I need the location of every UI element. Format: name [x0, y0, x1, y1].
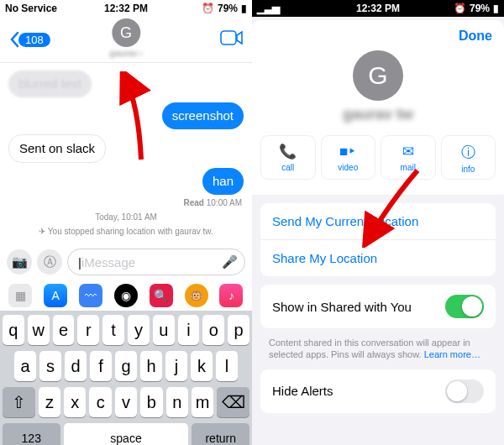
mic-icon[interactable]: 🎤 [222, 254, 238, 270]
key-p[interactable]: p [228, 315, 249, 345]
key-i[interactable]: i [178, 315, 200, 345]
alerts-section: Hide Alerts [260, 369, 496, 413]
key-z[interactable]: z [39, 387, 60, 417]
key-q[interactable]: q [3, 315, 24, 345]
key-f[interactable]: f [90, 351, 112, 381]
key-y[interactable]: y [128, 315, 150, 345]
key-u[interactable]: u [153, 315, 175, 345]
message-input[interactable]: |iMessage 🎤 [67, 249, 245, 275]
hide-alerts-label: Hide Alerts [272, 384, 333, 398]
app-circle[interactable]: ◉ [114, 284, 138, 307]
battery-pct: 79% [470, 3, 490, 14]
call-button[interactable]: 📞call [260, 135, 316, 180]
phone-icon: 📞 [279, 143, 297, 160]
message-out[interactable]: screenshot [162, 102, 244, 129]
facetime-button[interactable] [220, 30, 244, 49]
battery-icon: ▮ [493, 3, 499, 14]
key-c[interactable]: c [89, 387, 111, 417]
battery-icon: ▮ [241, 3, 247, 14]
key-n[interactable]: n [166, 387, 188, 417]
location-section: Send My Current Location Share My Locati… [260, 203, 496, 276]
nav-bar: 108 G gaurav› [0, 17, 252, 63]
message-in[interactable]: Sent on slack [8, 134, 106, 163]
shared-hint: Content shared in this conversation will… [252, 337, 504, 369]
svg-rect-0 [221, 31, 236, 44]
detail-sheet: Done G gaurav tw 📞call ■‣video ✉mail ⓘin… [252, 20, 504, 445]
mail-button[interactable]: ✉mail [381, 135, 436, 180]
video-button[interactable]: ■‣video [321, 135, 376, 180]
camera-button[interactable]: 📷 [7, 249, 32, 275]
message-in[interactable]: blurred text [8, 71, 92, 97]
system-message: ✈ You stopped sharing location with gaur… [8, 227, 244, 236]
status-bar: No Service 12:32 PM ⏰ 79% ▮ [0, 0, 252, 17]
space-key[interactable]: space [64, 423, 189, 445]
app-strip: ▦ A 〰 ◉ 🔍 🐵 ♪ [0, 280, 252, 311]
status-bar: ▁▃▅ 12:32 PM ⏰ 79% ▮ [252, 0, 504, 17]
numbers-key[interactable]: 123 [3, 423, 60, 445]
app-store[interactable]: A [44, 284, 67, 307]
signal-icon: ▁▃▅ [257, 3, 280, 14]
video-icon: ■‣ [339, 143, 356, 160]
chevron-right-icon: › [139, 48, 143, 58]
shared-section: Show in Shared with You [260, 285, 496, 328]
input-bar: 📷 Ⓐ |iMessage 🎤 [0, 243, 252, 280]
video-icon [220, 30, 244, 45]
key-h[interactable]: h [140, 351, 162, 381]
app-photos[interactable]: ▦ [8, 284, 32, 307]
app-music[interactable]: ♪ [219, 284, 243, 307]
key-r[interactable]: r [77, 315, 99, 345]
key-e[interactable]: e [53, 315, 75, 345]
action-buttons: 📞call ■‣video ✉mail ⓘinfo [252, 123, 504, 188]
message-out[interactable]: han [202, 168, 244, 195]
key-x[interactable]: x [64, 387, 86, 417]
learn-more-link[interactable]: Learn more… [424, 349, 480, 359]
key-o[interactable]: o [202, 315, 224, 345]
key-v[interactable]: v [115, 387, 137, 417]
system-time: Today, 10:01 AM [8, 212, 244, 222]
key-g[interactable]: g [115, 351, 137, 381]
shared-label: Show in Shared with You [272, 300, 412, 314]
key-m[interactable]: m [192, 387, 213, 417]
camera-icon: 📷 [12, 254, 28, 270]
contact-name: gaurav tw [252, 106, 504, 123]
key-k[interactable]: k [191, 351, 213, 381]
back-button[interactable]: 108 [8, 31, 50, 48]
keyboard: qwertyuiop asdfghjkl ⇧ zxcvbnm ⌫ 123 spa… [0, 311, 252, 445]
key-t[interactable]: t [102, 315, 124, 345]
key-j[interactable]: j [165, 351, 187, 381]
key-b[interactable]: b [140, 387, 162, 417]
read-receipt: Read 10:00 AM [184, 198, 243, 207]
send-location-button[interactable]: Send My Current Location [260, 203, 496, 239]
key-s[interactable]: s [39, 351, 61, 381]
chat-area[interactable]: blurred text screenshot Sent on slack ha… [0, 63, 252, 243]
carrier: No Service [5, 3, 57, 14]
info-button[interactable]: ⓘinfo [441, 135, 496, 180]
key-a[interactable]: a [14, 351, 36, 381]
alarm-icon: ⏰ [454, 3, 466, 14]
appstore-icon: Ⓐ [44, 254, 56, 270]
contact-avatar[interactable]: G [353, 50, 403, 101]
return-key[interactable]: return [192, 423, 249, 445]
done-button[interactable]: Done [459, 29, 492, 44]
mail-icon: ✉ [402, 143, 414, 160]
backspace-key[interactable]: ⌫ [217, 387, 249, 417]
contact-name: gaurav [109, 48, 138, 58]
status-time: 12:32 PM [356, 3, 400, 14]
status-time: 12:32 PM [104, 3, 148, 14]
unread-count: 108 [18, 33, 50, 47]
shift-key[interactable]: ⇧ [3, 387, 35, 417]
key-l[interactable]: l [216, 351, 238, 381]
app-search[interactable]: 🔍 [150, 284, 173, 307]
appstore-button[interactable]: Ⓐ [37, 249, 62, 275]
app-emoji[interactable]: 🐵 [185, 284, 208, 307]
placeholder: iMessage [81, 255, 135, 270]
shared-toggle[interactable] [445, 295, 484, 318]
key-d[interactable]: d [65, 351, 87, 381]
key-w[interactable]: w [28, 315, 50, 345]
app-audio[interactable]: 〰 [79, 284, 102, 307]
share-location-button[interactable]: Share My Location [260, 239, 496, 276]
shift-icon: ⇧ [12, 392, 26, 412]
info-icon: ⓘ [461, 143, 475, 162]
contact-header[interactable]: G gaurav› [109, 18, 142, 58]
hide-alerts-toggle[interactable] [445, 380, 484, 403]
